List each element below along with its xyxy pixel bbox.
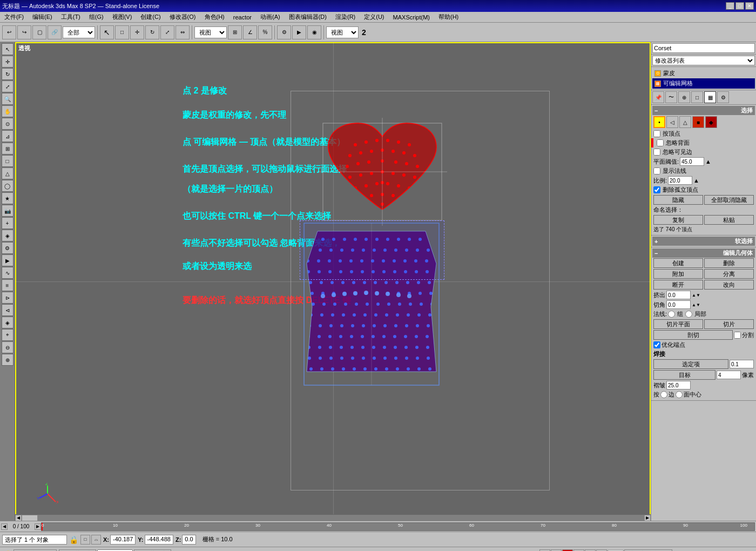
menu-animation[interactable]: 动画(A)	[258, 12, 282, 22]
move-tool[interactable]: ✛	[130, 25, 144, 39]
weld-selected-button[interactable]: 选定项	[653, 359, 728, 369]
delete-isolated-check[interactable]	[653, 186, 660, 193]
lt-select[interactable]: ↖	[2, 43, 14, 55]
flip-button[interactable]: 改向	[704, 280, 754, 290]
lt-helper[interactable]: +	[2, 217, 14, 229]
menu-create[interactable]: 创建(C)	[138, 12, 163, 22]
face-btn[interactable]: △	[679, 116, 691, 128]
slice-button[interactable]: 切片	[704, 319, 754, 329]
detach-button[interactable]: 分离	[704, 269, 754, 279]
select-button[interactable]: ▢	[32, 25, 46, 39]
go-to-start-button[interactable]: ⏮	[539, 549, 550, 552]
region-select[interactable]: □	[115, 25, 129, 39]
quickslice-button[interactable]: 剖切	[653, 330, 733, 340]
lt-zoom[interactable]: 🔍	[2, 93, 14, 105]
edge-face-radio[interactable]	[676, 391, 683, 398]
menu-character[interactable]: 角色(H)	[202, 12, 227, 22]
menu-view[interactable]: 视图(V)	[110, 12, 134, 22]
lt-camera[interactable]: 📷	[2, 205, 14, 217]
set-key-mode-dropdown[interactable]: 选定对象	[97, 549, 133, 552]
minimize-button[interactable]: _	[726, 2, 734, 10]
lt-sub[interactable]: ∿	[2, 267, 14, 279]
scale-tool[interactable]: ⤢	[160, 25, 174, 39]
skin-modifier[interactable]: ⊙ 蒙皮	[652, 68, 755, 78]
play-button[interactable]: ▶	[562, 549, 573, 552]
z-value[interactable]: 0.0	[182, 535, 195, 545]
timeline-track[interactable]: 0 10 20 30 40 50 60 70 80 90 100	[41, 522, 755, 531]
extrude-spinner[interactable]: ▲▼	[692, 293, 700, 298]
attach-button[interactable]: 附加	[653, 269, 703, 279]
prev-frame-button[interactable]: ◀	[551, 549, 562, 552]
scroll-left-btn[interactable]: ◀	[15, 515, 22, 521]
lt-rotate[interactable]: ↻	[2, 68, 14, 80]
rp-tab-square[interactable]: □	[691, 91, 703, 103]
render-button[interactable]: ▶	[292, 25, 306, 39]
object-name-input[interactable]	[652, 43, 755, 53]
scroll-thumb[interactable]	[22, 515, 38, 521]
menu-file[interactable]: 文件(F)	[2, 12, 26, 22]
lt-orbit[interactable]: ⊙	[2, 118, 14, 130]
menu-group[interactable]: 组(G)	[87, 12, 106, 22]
maximize-button[interactable]: □	[735, 2, 744, 10]
lt-extra2[interactable]: ⊳	[2, 292, 14, 304]
rp-tab-util[interactable]: ⚙	[717, 91, 729, 103]
unhide-all-button[interactable]: 全部取消隐藏	[704, 195, 754, 205]
render-setup[interactable]: ⚙	[277, 25, 291, 39]
percent-snap[interactable]: %	[258, 25, 272, 39]
set-key-button[interactable]: 设置关键点	[134, 549, 171, 552]
extrude-input[interactable]	[666, 291, 691, 299]
lt-sys[interactable]: ⚙	[2, 242, 14, 254]
viewport-scrollbar[interactable]: ◀ ▶	[15, 514, 651, 521]
poly-btn[interactable]: ■	[692, 116, 704, 128]
menu-define[interactable]: 定义(U)	[362, 12, 386, 22]
view-dropdown2[interactable]: 视图	[326, 26, 359, 38]
window-controls[interactable]: _ □ ✕	[726, 2, 754, 10]
view-dropdown[interactable]: 视图	[194, 26, 227, 38]
normal-group-radio[interactable]	[668, 311, 675, 318]
menu-graph-editor[interactable]: 图表编辑器(D)	[287, 12, 329, 22]
edge-btn[interactable]: ◁	[666, 116, 678, 128]
crease-input[interactable]	[666, 381, 691, 389]
lt-extra7[interactable]: ⊕	[2, 354, 14, 366]
auto-key-button[interactable]: 自动关键点	[59, 549, 96, 552]
rp-tab-anchor[interactable]: ⊕	[678, 91, 690, 103]
menu-modifier[interactable]: 修改器(O)	[167, 12, 198, 22]
weld-target-button[interactable]: 目标	[653, 370, 716, 380]
menu-edit[interactable]: 编辑(E)	[30, 12, 55, 22]
key-mode-button[interactable]: 🔑	[596, 549, 607, 552]
chamfer-input[interactable]	[666, 300, 691, 309]
crossover-key-button[interactable]: 关键点过滤器...	[624, 549, 672, 552]
normal-local-radio[interactable]	[685, 311, 692, 318]
modifier-list-dropdown[interactable]: 修改器列表	[652, 56, 755, 65]
menu-maxscript[interactable]: MAXScript(M)	[391, 14, 432, 21]
lt-pan[interactable]: ✋	[2, 105, 14, 117]
timeline-prev-btn[interactable]: ◀	[1, 523, 8, 530]
element-btn[interactable]: ◆	[705, 116, 717, 128]
soft-selection-title[interactable]: + 软选择	[652, 237, 755, 246]
filter-dropdown[interactable]: 全部	[63, 26, 95, 38]
snap-button[interactable]: ⊞	[228, 25, 242, 39]
lt-extra1[interactable]: ≡	[2, 279, 14, 291]
y-value[interactable]: -448.488	[145, 535, 173, 545]
menu-render[interactable]: 渲染(R)	[333, 12, 357, 22]
scale-up[interactable]: ▲	[693, 177, 699, 184]
hide-button[interactable]: 隐藏	[653, 195, 703, 205]
lt-zoomall[interactable]: ⊞	[2, 143, 14, 154]
slice-plane-button[interactable]: 切片平面	[653, 319, 703, 329]
rp-tab-display[interactable]: ▦	[704, 91, 716, 103]
material-editor[interactable]: ◉	[307, 25, 321, 39]
planar-threshold-up[interactable]: ▲	[705, 158, 711, 165]
close-button[interactable]: ✕	[745, 2, 754, 10]
chamfer-spinner[interactable]: ▲▼	[692, 303, 700, 307]
split-check[interactable]	[734, 332, 741, 339]
scale-input[interactable]	[668, 176, 692, 185]
status-select1[interactable]: □	[80, 535, 90, 545]
add-time-tag-button[interactable]: 添加时间标记	[14, 549, 57, 552]
menu-tools[interactable]: 工具(T)	[59, 12, 83, 22]
vertex-btn[interactable]: •	[653, 116, 665, 128]
lt-geom[interactable]: △	[2, 167, 14, 179]
padlock-icon[interactable]: 🔒	[69, 535, 78, 544]
show-normals-check[interactable]	[653, 167, 660, 174]
editable-mesh-modifier[interactable]: ▦ 可编辑网格	[652, 78, 755, 89]
angle-snap[interactable]: ∠	[243, 25, 257, 39]
